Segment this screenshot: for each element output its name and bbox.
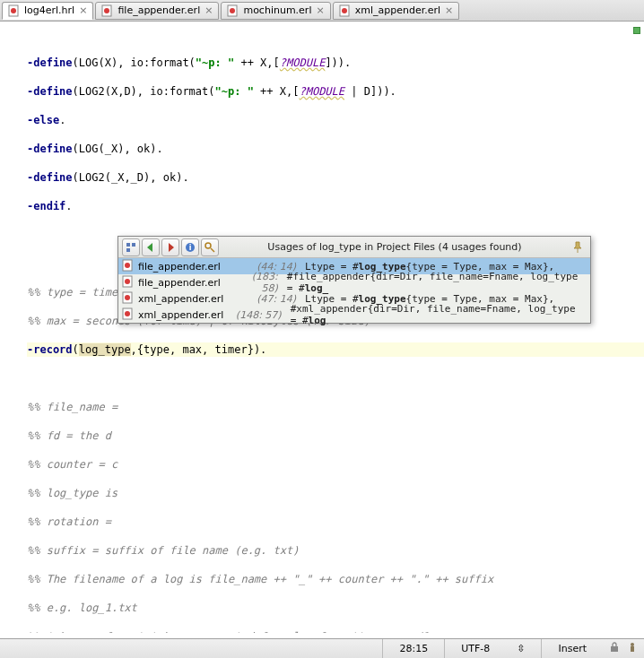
tab-log4erl[interactable]: log4erl.hrl × xyxy=(2,2,93,20)
editor-tabs: log4erl.hrl × file_appender.erl × mochin… xyxy=(0,0,644,22)
tab-label: mochinum.erl xyxy=(243,4,311,16)
svg-point-1 xyxy=(11,8,16,13)
popup-toolbar: i Usages of log_type in Project Files (4… xyxy=(118,237,590,258)
svg-line-14 xyxy=(211,248,214,252)
prev-usage-button[interactable] xyxy=(142,238,160,256)
usage-row[interactable]: xml_appender.erl (148: 57) #xml_appender… xyxy=(118,307,590,323)
usage-file: file_appender.erl xyxy=(138,277,233,289)
popup-title: Usages of log_type in Project Files (4 u… xyxy=(221,241,569,253)
code-editor[interactable]: -define(LOG(X), io:format("~p: " ++ X,[?… xyxy=(0,22,644,633)
usage-pos: (47: 14) xyxy=(246,293,296,305)
tab-mochinum[interactable]: mochinum.erl × xyxy=(221,2,330,20)
svg-point-20 xyxy=(125,295,130,300)
erl-file-icon xyxy=(227,4,239,17)
svg-point-7 xyxy=(342,8,347,13)
svg-point-3 xyxy=(104,8,109,13)
erl-file-icon xyxy=(339,4,352,17)
close-icon[interactable]: × xyxy=(316,4,324,16)
usage-pos: (183: 58) xyxy=(233,271,278,294)
tab-label: xml_appender.erl xyxy=(355,4,440,16)
erl-file-icon xyxy=(122,291,135,307)
info-button[interactable]: i xyxy=(181,238,199,256)
analysis-ok-icon[interactable] xyxy=(633,27,640,34)
insert-mode[interactable]: Insert xyxy=(541,639,603,658)
svg-point-16 xyxy=(125,263,130,268)
erl-file-icon xyxy=(122,259,135,274)
next-usage-button[interactable] xyxy=(161,238,179,256)
svg-rect-23 xyxy=(611,646,618,652)
usage-file: file_appender.erl xyxy=(138,261,246,273)
close-icon[interactable]: × xyxy=(205,4,213,16)
usages-popup: i Usages of log_type in Project Files (4… xyxy=(117,236,591,324)
settings-button[interactable] xyxy=(122,238,140,256)
svg-rect-9 xyxy=(132,243,135,247)
erl-file-icon xyxy=(122,307,135,323)
encoding-selector[interactable]: UTF-8⇳ xyxy=(444,639,541,658)
tab-label: file_appender.erl xyxy=(117,4,200,16)
svg-point-13 xyxy=(205,243,211,248)
svg-rect-25 xyxy=(631,646,634,652)
svg-text:i: i xyxy=(189,244,192,252)
erl-file-icon xyxy=(8,4,21,17)
svg-point-18 xyxy=(125,279,130,284)
usage-snippet: #xml_appender{dir=Dir, file_name=Fname, … xyxy=(291,303,587,326)
caret-position[interactable]: 28:15 xyxy=(382,639,444,658)
open-find-button[interactable] xyxy=(201,238,219,256)
lock-icon[interactable] xyxy=(608,641,621,656)
svg-point-22 xyxy=(125,311,130,316)
close-icon[interactable]: × xyxy=(445,4,453,16)
usage-snippet: #file_appender{dir=Dir, file_name=Fname,… xyxy=(287,271,587,294)
erl-file-icon xyxy=(122,275,135,290)
usage-row[interactable]: file_appender.erl (183: 58) #file_append… xyxy=(118,274,590,290)
svg-rect-10 xyxy=(126,248,130,252)
svg-rect-8 xyxy=(126,243,130,247)
usages-list: file_appender.erl (44: 14) Ltype = #log_… xyxy=(118,258,590,323)
pin-button[interactable] xyxy=(569,238,587,256)
hector-icon[interactable] xyxy=(626,641,639,656)
tab-label: log4erl.hrl xyxy=(24,4,74,16)
close-icon[interactable]: × xyxy=(79,4,87,16)
usage-file: xml_appender.erl xyxy=(138,293,246,305)
tab-file-appender[interactable]: file_appender.erl × xyxy=(95,2,219,20)
svg-point-24 xyxy=(631,643,634,646)
usage-pos: (148: 57) xyxy=(236,309,282,321)
status-bar: 28:15 UTF-8⇳ Insert xyxy=(0,638,644,658)
svg-point-5 xyxy=(230,8,235,13)
updown-icon: ⇳ xyxy=(517,643,525,654)
tab-xml-appender[interactable]: xml_appender.erl × xyxy=(333,2,460,20)
erl-file-icon xyxy=(101,4,114,17)
usage-file: xml_appender.erl xyxy=(138,309,236,321)
